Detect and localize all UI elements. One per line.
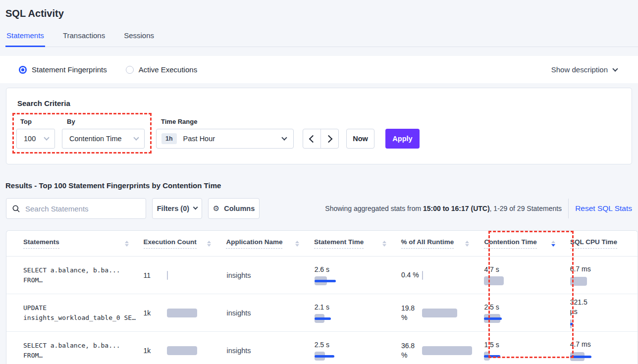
statement-time-value: 2.6 s [315, 265, 401, 273]
sort-desc-active-icon [551, 241, 555, 247]
tab-transactions[interactable]: Transactions [62, 31, 106, 47]
statement-cell[interactable]: UPDATE insights_workload_table_0 SE… [23, 303, 143, 323]
tab-bar: Statements Transactions Sessions [5, 31, 638, 47]
column-header-sql-cpu-time[interactable]: SQL CPU Time [570, 238, 638, 249]
percent-runtime-cell: 0.4 % [401, 270, 484, 280]
by-label: By [67, 118, 75, 125]
sort-icon [207, 241, 211, 247]
time-range-select[interactable]: 1h Past Hour [156, 129, 294, 149]
statement-line2: FROM… [23, 275, 143, 285]
contention-time-bar [484, 314, 543, 323]
show-description-label: Show description [551, 65, 608, 74]
contention-time-value: 2.5 s [484, 303, 570, 311]
by-select[interactable]: Contention Time [62, 129, 145, 149]
top-select[interactable]: 100 [16, 129, 55, 149]
sql-cpu-time-value: 321.5 µs [570, 298, 596, 316]
column-label: Execution Count [144, 238, 197, 249]
view-mode-bar: Statement Fingerprints Active Executions… [0, 56, 638, 83]
statement-time-bar [315, 276, 374, 285]
column-label: Contention Time [484, 238, 536, 249]
execution-count-cell: 11 [143, 271, 226, 280]
execution-count-bar [167, 346, 226, 355]
sql-cpu-time-bar [570, 352, 610, 361]
radio-label: Active Executions [139, 65, 197, 74]
stats-prefix: Showing aggregated stats from [325, 205, 423, 212]
contention-time-cell: 4.7 s [484, 265, 570, 285]
application-name-cell: insights [226, 309, 314, 317]
table-row: SELECT a.balance, b.ba... FROM… 1k insig… [6, 332, 638, 364]
contention-time-bar [484, 276, 543, 285]
aggregated-stats-text: Showing aggregated stats from 15:00 to 1… [325, 205, 562, 212]
sql-cpu-time-bar [570, 277, 610, 286]
column-header-contention-time[interactable]: Contention Time [484, 238, 570, 249]
now-button[interactable]: Now [346, 129, 374, 149]
sort-icon [295, 241, 299, 247]
statement-time-cell: 2.5 s [315, 341, 401, 361]
execution-count-value: 1k [143, 347, 167, 355]
contention-time-value: 1.5 s [484, 341, 570, 349]
time-range-stepper [303, 129, 339, 149]
by-select-value: Contention Time [69, 135, 122, 143]
statement-time-cell: 2.1 s [315, 303, 401, 323]
sql-cpu-time-cell: 4.7 ms [570, 340, 638, 361]
column-header-statement-time[interactable]: Statement Time [314, 238, 401, 249]
table-row: SELECT a.balance, b.ba... FROM… 11 insig… [6, 257, 638, 294]
column-header-execution-count[interactable]: Execution Count [144, 238, 226, 249]
time-range-next-button[interactable] [321, 129, 339, 148]
filters-button[interactable]: Filters (0) [152, 198, 202, 219]
chevron-left-icon [309, 135, 317, 143]
statement-cell[interactable]: SELECT a.balance, b.ba... FROM… [23, 265, 143, 285]
chevron-down-icon [612, 66, 618, 71]
apply-button[interactable]: Apply [385, 129, 420, 149]
time-range-prev-button[interactable] [303, 129, 321, 148]
chevron-right-icon [324, 135, 332, 143]
percent-runtime-value: 0.4 % [401, 270, 421, 280]
percent-runtime-bar [422, 309, 481, 317]
reset-sql-stats-link[interactable]: Reset SQL Stats [575, 204, 632, 213]
statements-table: Statements Execution Count Application N… [6, 230, 638, 364]
statement-line1: SELECT a.balance, b.ba... [23, 341, 143, 351]
chevron-down-icon [193, 205, 198, 210]
columns-label: Columns [224, 205, 255, 212]
stats-suffix: , 1-29 of 29 Statements [490, 205, 562, 212]
execution-count-bar [167, 271, 226, 280]
column-label: Statements [23, 238, 59, 249]
tab-sessions[interactable]: Sessions [123, 31, 155, 47]
sql-cpu-time-bar [570, 319, 610, 328]
radio-active-executions[interactable]: Active Executions [126, 65, 197, 74]
results-toolbar: Filters (0) ⚙ Columns Showing aggregated… [6, 198, 632, 219]
percent-runtime-cell: 36.8 % [401, 341, 484, 360]
execution-count-cell: 1k [143, 309, 226, 317]
tab-statements[interactable]: Statements [5, 31, 45, 47]
radio-statement-fingerprints[interactable]: Statement Fingerprints [19, 65, 107, 74]
filters-label: Filters (0) [157, 205, 189, 212]
gear-icon: ⚙ [213, 204, 219, 213]
time-range-value: Past Hour [183, 135, 276, 143]
column-header-application-name[interactable]: Application Name [226, 238, 314, 249]
search-icon [12, 205, 20, 212]
column-header-percent-of-all-runtime[interactable]: % of All Runtime [401, 238, 484, 249]
column-label: % of All Runtime [401, 238, 454, 249]
contention-time-bar [484, 352, 543, 361]
chevron-down-icon [133, 135, 139, 140]
chevron-down-icon [281, 135, 287, 140]
toolbar-divider [568, 199, 569, 218]
time-range-badge: 1h [161, 133, 177, 144]
statement-line1: UPDATE [23, 303, 143, 313]
search-statements-input[interactable] [24, 204, 140, 213]
stats-time-range: 15:00 to 16:17 (UTC) [423, 205, 490, 212]
radio-selected-icon [19, 66, 27, 74]
search-criteria-panel: Search Criteria Top By Time Range 100 Co… [6, 88, 632, 164]
sql-cpu-time-value: 4.7 ms [570, 340, 596, 349]
search-statements-box [6, 198, 146, 219]
column-header-statements[interactable]: Statements [23, 238, 144, 249]
sort-icon [125, 241, 129, 247]
execution-count-value: 1k [143, 309, 167, 317]
sql-cpu-time-cell: 321.5 µs [570, 298, 638, 328]
statement-cell[interactable]: SELECT a.balance, b.ba... FROM… [23, 341, 143, 361]
columns-button[interactable]: ⚙ Columns [208, 198, 260, 219]
page-title: SQL Activity [0, 0, 638, 19]
time-range-label: Time Range [161, 118, 197, 125]
show-description-toggle[interactable]: Show description [551, 65, 617, 74]
column-label: Statement Time [314, 238, 364, 249]
